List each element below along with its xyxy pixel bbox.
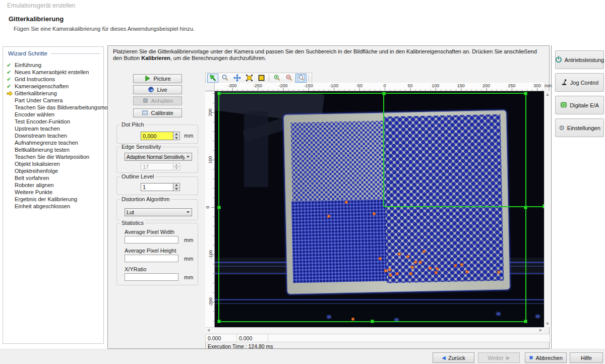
ruler-tick-label: 0	[383, 83, 386, 88]
wizard-step-label: Beltkalibrierung testen	[15, 147, 70, 153]
back-button[interactable]: ◀ Zurück	[433, 352, 474, 363]
live-camera-icon	[148, 86, 154, 94]
calibrate-button[interactable]: Calibrate	[133, 108, 182, 117]
camera-image-view[interactable]	[215, 91, 544, 327]
stat-field-input[interactable]	[125, 273, 178, 281]
toolbar-separator	[309, 74, 309, 82]
check-icon: ✔	[7, 63, 15, 68]
wizard-step-pending[interactable]: Encoder wählen	[7, 111, 103, 118]
vertical-scrollbar[interactable]	[544, 91, 551, 327]
search-region-handle[interactable]	[217, 320, 221, 323]
wizard-step-pending[interactable]: Upstream teachen	[7, 125, 103, 132]
picture-button[interactable]: Picture	[133, 74, 182, 83]
wizard-step-pending[interactable]: Part Under Camera	[7, 97, 103, 104]
pan-icon[interactable]	[231, 74, 243, 83]
cancel-x-icon: ✖	[529, 355, 533, 360]
einstellungen-button[interactable]: ⚙Einstellungen	[555, 118, 604, 137]
select-arrow-icon[interactable]	[207, 74, 218, 83]
ruler-tick-label: 250	[508, 83, 515, 88]
dot-pitch-group: Dot Pitch mm	[116, 125, 198, 144]
wizard-step-done[interactable]: ✔Neues Kameraobjekt erstellen	[7, 69, 103, 76]
scroll-up-icon[interactable]	[546, 93, 549, 96]
wizard-step-pending[interactable]: Weitere Punkte	[7, 189, 103, 196]
jog-control-button[interactable]: Jog Control	[555, 73, 604, 92]
dot-pitch-spinner[interactable]	[173, 132, 180, 140]
wizard-step-label: Kameraeigenschaften	[15, 83, 69, 89]
wizard-step-pending[interactable]: Teachen Sie die Warteposition	[7, 153, 103, 160]
wizard-step-done[interactable]: ✔Einführung	[7, 62, 103, 69]
next-label: Weiter	[488, 355, 504, 361]
search-region-handle[interactable]	[371, 320, 374, 323]
ruler-tick-label: 100	[208, 156, 213, 163]
horizontal-scrollbar[interactable]	[205, 327, 544, 333]
zoom-fit-icon[interactable]	[295, 74, 307, 83]
wizard-step-label: Belt vorfahren	[15, 175, 49, 181]
digitale-e-a-button[interactable]: Digitale E/A	[555, 96, 604, 114]
spinner-down-icon[interactable]	[173, 136, 179, 140]
spinner-up-icon[interactable]	[173, 184, 179, 188]
wizard-step-pending[interactable]: Downstream teachen	[7, 132, 103, 139]
zoom-in-icon[interactable]	[271, 74, 282, 83]
cancel-button[interactable]: ✖ Abbrechen	[525, 352, 567, 363]
scroll-down-icon[interactable]	[546, 323, 549, 325]
wizard-step-pending[interactable]: Beltkalibrierung testen	[7, 146, 103, 153]
search-region-handle[interactable]	[524, 92, 527, 95]
wizard-step-list: ✔Einführung✔Neues Kameraobjekt erstellen…	[3, 62, 103, 210]
wizard-step-done[interactable]: ✔Kameraeigenschaften	[7, 83, 103, 90]
origin-axis-vertical	[383, 93, 384, 207]
zoom-out-icon[interactable]	[283, 74, 294, 83]
magnifier-icon[interactable]	[219, 74, 230, 83]
wizard-step-pending[interactable]: Ergebnis der Kalibrierung	[7, 196, 103, 203]
search-region-handle[interactable]	[217, 206, 221, 209]
region-select-icon[interactable]	[244, 74, 255, 83]
wizard-step-pending[interactable]: Objekt lokalisieren	[7, 160, 103, 167]
button-label: Digitale E/A	[570, 102, 598, 108]
search-region[interactable]	[218, 93, 526, 322]
outline-level-spinner[interactable]	[173, 183, 180, 191]
stat-field-input[interactable]	[125, 236, 178, 244]
statistics-label: Statistics	[120, 220, 145, 226]
wizard-step-pending[interactable]: Objektreihenfolge	[7, 167, 103, 174]
wizard-step-label: Roboter alignen	[15, 182, 54, 188]
wizard-step-current[interactable]: Gitterkalibrierung	[7, 90, 103, 97]
instruction-post: , um die Berechnungen durchzuführen.	[170, 55, 266, 61]
button-label: Anhalten	[151, 98, 173, 104]
main-panel: Platzieren Sie die Gitterkalibriervorlag…	[107, 45, 550, 349]
wizard-step-label: Gitterkalibrierung	[15, 90, 57, 96]
wizard-step-label: Einheit abgeschlossen	[15, 203, 70, 209]
live-button[interactable]: Live	[133, 85, 182, 94]
antriebsleistung-button[interactable]: Antriebsleistung	[555, 50, 604, 69]
help-button[interactable]: Hilfe	[570, 352, 603, 363]
page-title: Gitterkalibrierung	[9, 15, 64, 23]
coordinate-cell: 0.000	[237, 334, 268, 342]
wizard-step-pending[interactable]: Teachen Sie das Bildverarbeitungsmodell	[7, 104, 103, 111]
dot-pitch-input[interactable]	[141, 132, 173, 140]
wizard-step-pending[interactable]: Einheit abgeschlossen	[7, 203, 103, 210]
wizard-step-done[interactable]: ✔Grid Instructions	[7, 76, 103, 83]
distortion-algorithm-select[interactable]: Lut	[125, 208, 192, 216]
search-region-handle[interactable]	[217, 92, 221, 95]
scroll-right-icon[interactable]	[539, 329, 542, 332]
outline-level-input[interactable]	[141, 183, 173, 191]
search-region-handle[interactable]	[524, 320, 527, 323]
wizard-step-pending[interactable]: Roboter alignen	[7, 181, 103, 189]
spinner-up-icon[interactable]	[173, 132, 179, 136]
stat-field-input[interactable]	[125, 255, 178, 262]
origin-axis-horizontal	[384, 206, 544, 207]
wizard-step-pending[interactable]: Aufnahmegrenze teachen	[7, 139, 103, 146]
edge-sensitivity-select[interactable]: Adaptive Normal Sensitivity	[125, 153, 192, 161]
scroll-left-icon[interactable]	[207, 329, 210, 332]
ruler-tick-label: 50	[407, 83, 412, 88]
wizard-step-label: Objektreihenfolge	[15, 168, 58, 174]
edge-sensitivity-label: Edge Sensitivity	[120, 144, 162, 150]
instruction-bold: Kalibrieren	[141, 55, 170, 61]
settings-gear-icon: ⚙	[559, 125, 565, 131]
wizard-step-pending[interactable]: Test Encoder-Funktion	[7, 118, 103, 125]
region-fill-icon[interactable]	[256, 74, 267, 83]
instruction-text: Platzieren Sie die Gitterkalibriervorlag…	[113, 48, 544, 62]
wizard-step-pending[interactable]: Belt vorfahren	[7, 174, 103, 181]
stat-field-label: X/YRatio	[125, 266, 146, 272]
spinner-down-icon[interactable]	[173, 188, 179, 191]
ruler-tick-label: 100	[432, 83, 439, 88]
ruler-tick-label: -300	[228, 83, 237, 88]
